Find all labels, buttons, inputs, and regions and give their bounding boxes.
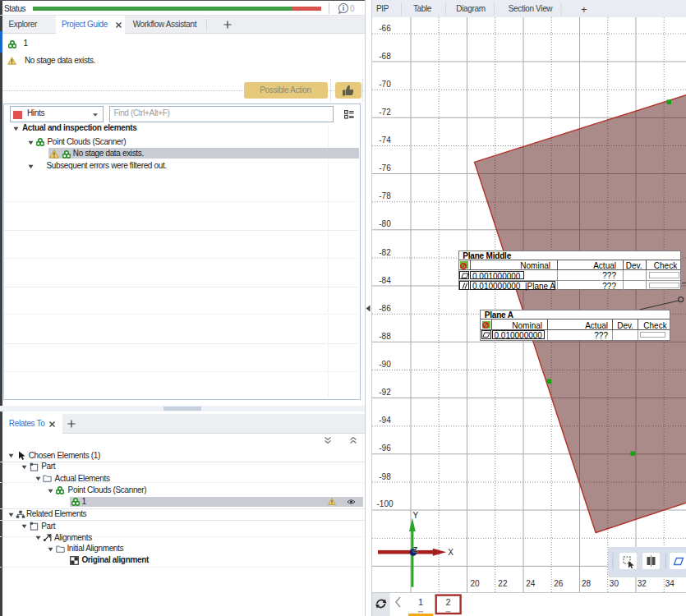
svg-text:i: i — [343, 4, 345, 12]
svg-text:24: 24 — [526, 579, 536, 588]
svg-text:28: 28 — [582, 579, 592, 588]
svg-text:-66: -66 — [379, 24, 391, 33]
svg-text:Y: Y — [413, 511, 419, 520]
svg-text:20: 20 — [470, 579, 480, 588]
svg-text:-70: -70 — [379, 80, 391, 89]
svg-text:-98: -98 — [379, 472, 391, 481]
svg-text:22: 22 — [498, 579, 508, 588]
svg-text:2: 2 — [445, 597, 450, 607]
svg-text:-78: -78 — [379, 191, 391, 200]
svg-text:-100: -100 — [376, 499, 393, 508]
svg-text:-92: -92 — [379, 388, 391, 397]
svg-text:Z: Z — [412, 545, 417, 554]
svg-text:-72: -72 — [379, 108, 391, 117]
svg-text:-84: -84 — [379, 276, 391, 285]
svg-text:-82: -82 — [379, 248, 391, 257]
svg-text:26: 26 — [554, 579, 564, 588]
svg-text:30: 30 — [610, 579, 619, 588]
svg-text:-88: -88 — [379, 332, 391, 341]
svg-text:-86: -86 — [379, 304, 391, 313]
svg-text:Table: Table — [413, 4, 432, 13]
svg-text:-80: -80 — [379, 219, 391, 228]
svg-text:34: 34 — [665, 579, 675, 588]
svg-text:1: 1 — [418, 597, 423, 607]
svg-text:-90: -90 — [379, 360, 391, 369]
svg-text:-94: -94 — [379, 416, 391, 425]
svg-text:Diagram: Diagram — [456, 4, 485, 13]
svg-text:-96: -96 — [379, 444, 391, 453]
svg-text:-74: -74 — [379, 136, 391, 145]
svg-text:X: X — [448, 548, 453, 557]
svg-text:-76: -76 — [379, 163, 391, 172]
svg-text:Section View: Section View — [509, 4, 554, 13]
svg-text:-68: -68 — [379, 52, 391, 61]
svg-text:32: 32 — [638, 579, 647, 588]
svg-text:+: + — [581, 3, 587, 16]
svg-text:PIP: PIP — [376, 4, 389, 13]
